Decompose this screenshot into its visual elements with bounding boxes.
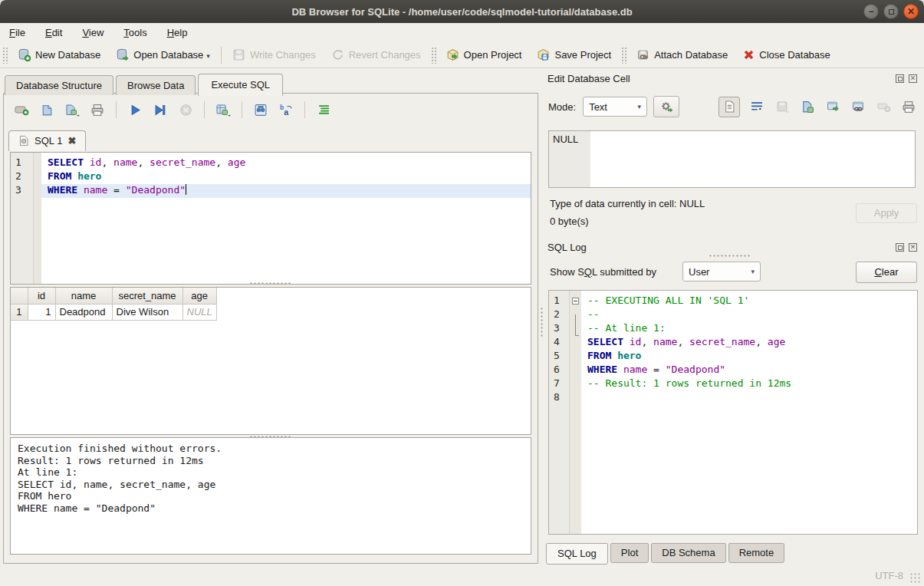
attach-database-icon bbox=[636, 48, 649, 61]
export-from-cell-button[interactable] bbox=[799, 97, 816, 116]
find-replace-button[interactable]: ba bbox=[276, 100, 296, 119]
open-database-button[interactable]: Open Database ▾ bbox=[108, 45, 218, 64]
corner-header-cell[interactable] bbox=[11, 288, 28, 304]
open-project-button[interactable]: Open Project bbox=[439, 45, 530, 64]
new-database-icon bbox=[18, 48, 31, 61]
fold-marker-icon[interactable] bbox=[572, 298, 579, 305]
close-button[interactable]: ✕ bbox=[903, 4, 919, 19]
write-changes-button[interactable]: Write Changes bbox=[225, 45, 324, 64]
save-project-label: Save Project bbox=[554, 49, 611, 61]
new-database-button[interactable]: New Database bbox=[10, 45, 108, 64]
revert-changes-button[interactable]: Revert Changes bbox=[324, 45, 429, 64]
panel-splitter[interactable] bbox=[540, 307, 544, 337]
menu-help[interactable]: Help bbox=[167, 27, 188, 38]
toolbar-grip-3[interactable] bbox=[621, 47, 626, 64]
dock-tab-db-schema[interactable]: DB Schema bbox=[651, 543, 725, 563]
dock-tab-remote[interactable]: Remote bbox=[728, 543, 785, 563]
chevron-down-icon: ▾ bbox=[751, 268, 755, 275]
float-dock-icon[interactable] bbox=[896, 243, 904, 252]
menu-file[interactable]: File bbox=[9, 27, 25, 38]
execute-sql-button[interactable] bbox=[125, 100, 145, 119]
editor-fold-margin bbox=[34, 153, 41, 284]
execute-current-line-button[interactable] bbox=[150, 100, 170, 119]
resize-grip[interactable] bbox=[909, 572, 920, 583]
window-title: DB Browser for SQLite - /home/user/code/… bbox=[291, 6, 632, 18]
tab-execute-sql[interactable]: Execute SQL bbox=[198, 74, 283, 96]
text-mode-button[interactable] bbox=[718, 97, 740, 117]
open-database-label: Open Database bbox=[133, 49, 203, 61]
new-sql-tab-button[interactable] bbox=[12, 100, 31, 119]
cell-value-text-area[interactable] bbox=[590, 131, 915, 187]
import-to-cell-button[interactable] bbox=[774, 97, 791, 116]
open-database-dropdown-arrow[interactable]: ▾ bbox=[206, 52, 210, 61]
column-header-id[interactable]: id bbox=[28, 288, 55, 304]
cell-name[interactable]: Deadpond bbox=[55, 304, 112, 320]
auto-switch-mode-button[interactable] bbox=[653, 96, 679, 117]
cell-value-editor[interactable]: NULL bbox=[548, 130, 916, 188]
new-database-label: New Database bbox=[35, 49, 100, 61]
stop-execution-button[interactable] bbox=[176, 100, 196, 119]
mode-label: Mode: bbox=[548, 101, 576, 113]
save-project-button[interactable]: Save Project bbox=[529, 45, 619, 64]
sql-toolbar-separator-2 bbox=[204, 101, 205, 118]
menu-view[interactable]: View bbox=[82, 27, 104, 38]
word-wrap-button[interactable] bbox=[748, 97, 765, 116]
dock-tab-plot[interactable]: Plot bbox=[610, 543, 649, 563]
apply-button[interactable]: Apply bbox=[856, 203, 917, 223]
float-dock-icon[interactable] bbox=[896, 74, 904, 83]
sql-editor[interactable]: 1 2 3 SELECT id, name, secret_name, age … bbox=[10, 152, 531, 285]
copy-link-button[interactable] bbox=[850, 97, 866, 116]
table-row: 1 1 Deadpond Dive Wilson NULL bbox=[11, 304, 216, 320]
write-changes-icon bbox=[232, 48, 245, 61]
cell-age[interactable]: NULL bbox=[182, 304, 216, 320]
open-in-external-app-button[interactable] bbox=[824, 97, 841, 116]
set-null-button[interactable] bbox=[875, 97, 892, 116]
format-sql-button[interactable] bbox=[314, 100, 334, 119]
sql-1-tab[interactable]: SQL 1 ✖ bbox=[8, 130, 86, 151]
execution-message: Execution finished without errors. Resul… bbox=[10, 437, 531, 555]
editor-text-area[interactable]: SELECT id, name, secret_name, age FROM h… bbox=[41, 153, 531, 284]
log-fold-margin[interactable] bbox=[570, 291, 581, 534]
sql-log-view[interactable]: 12 34 56 78 -- EXECUTING ALL IN 'SQL 1' … bbox=[548, 290, 918, 535]
column-header-age[interactable]: age bbox=[182, 288, 216, 304]
toolbar-grip-2[interactable] bbox=[431, 47, 436, 64]
dock-splitter[interactable] bbox=[709, 255, 751, 257]
encoding-indicator[interactable]: UTF-8 bbox=[875, 570, 903, 581]
clear-log-button[interactable]: Clear bbox=[856, 262, 917, 283]
minimize-button[interactable]: − bbox=[863, 4, 879, 19]
edit-cell-dock-header: Edit Database Cell ✕ bbox=[547, 71, 917, 85]
open-sql-file-button[interactable] bbox=[37, 100, 57, 119]
find-button[interactable] bbox=[251, 100, 271, 119]
cell-secret-name[interactable]: Dive Wilson bbox=[112, 304, 182, 320]
close-dock-icon[interactable]: ✕ bbox=[909, 74, 917, 83]
menu-tools[interactable]: Tools bbox=[123, 27, 146, 38]
dock-tab-sql-log[interactable]: SQL Log bbox=[546, 543, 608, 565]
save-sql-file-button[interactable] bbox=[62, 100, 82, 119]
close-sql-tab-icon[interactable]: ✖ bbox=[67, 135, 76, 146]
column-header-name[interactable]: name bbox=[55, 288, 112, 304]
log-line-numbers: 12 34 56 78 bbox=[549, 291, 570, 534]
close-database-button[interactable]: Close Database bbox=[735, 46, 838, 64]
menu-edit[interactable]: Edit bbox=[45, 27, 62, 38]
toolbar-grip[interactable] bbox=[2, 47, 8, 64]
cell-editor-toolbar: Mode: Text ▾ bbox=[548, 95, 917, 118]
svg-text:a: a bbox=[284, 107, 288, 116]
print-sql-button[interactable] bbox=[87, 100, 107, 119]
attach-database-button[interactable]: Attach Database bbox=[629, 45, 735, 64]
submitted-by-select[interactable]: User ▾ bbox=[682, 262, 761, 281]
maximize-button[interactable] bbox=[883, 4, 899, 19]
sql-tab-label: SQL 1 bbox=[35, 135, 62, 146]
editor-results-splitter[interactable] bbox=[249, 282, 292, 285]
sql-toolbar-separator-4 bbox=[304, 101, 305, 118]
close-dock-icon[interactable]: ✕ bbox=[909, 243, 917, 252]
mode-select[interactable]: Text ▾ bbox=[583, 97, 647, 117]
cell-id[interactable]: 1 bbox=[28, 304, 55, 320]
row-header[interactable]: 1 bbox=[11, 304, 28, 320]
print-cell-button[interactable] bbox=[900, 97, 917, 116]
tab-database-structure[interactable]: Database Structure bbox=[5, 75, 113, 95]
save-results-button[interactable] bbox=[213, 100, 233, 119]
tab-browse-data[interactable]: Browse Data bbox=[116, 75, 196, 95]
column-header-secret-name[interactable]: secret_name bbox=[112, 288, 182, 304]
write-changes-label: Write Changes bbox=[250, 49, 316, 61]
maximize-icon bbox=[889, 9, 894, 15]
